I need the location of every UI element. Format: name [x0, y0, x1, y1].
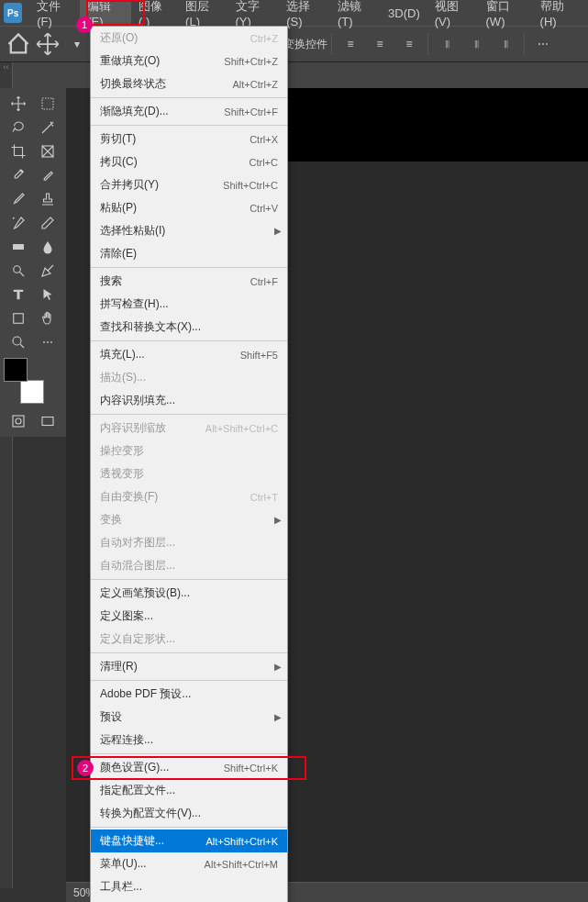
- menu-item[interactable]: 查找和替换文本(X)...: [91, 316, 287, 339]
- lasso-tool[interactable]: [5, 117, 32, 139]
- menu-item[interactable]: 填充(L)...Shift+F5: [91, 343, 287, 366]
- foreground-color-swatch[interactable]: [4, 358, 28, 382]
- eyedropper-tool[interactable]: [5, 164, 32, 186]
- zoom-tool[interactable]: [5, 331, 32, 353]
- align-right-icon[interactable]: ≡: [396, 31, 422, 57]
- text-tool[interactable]: [5, 284, 32, 306]
- menu-separator: [91, 97, 287, 98]
- menu-item-label: 填充(L)...: [100, 347, 145, 362]
- menu-item-label: 菜单(U)...: [100, 856, 147, 872]
- menu-separator: [91, 414, 287, 415]
- chevron-right-icon: ▶: [274, 515, 282, 525]
- menu-item[interactable]: 清理(R)▶: [91, 655, 287, 678]
- svg-point-3: [14, 266, 21, 273]
- distribute-1-icon[interactable]: ⫴: [434, 31, 460, 57]
- svg-point-7: [16, 418, 21, 424]
- brush-tool[interactable]: [5, 188, 32, 210]
- menu-window[interactable]: 窗口(W): [479, 0, 533, 32]
- annotation-badge-1: 1: [76, 17, 93, 33]
- menu-item[interactable]: 拷贝(C)Ctrl+C: [91, 150, 287, 173]
- menu-item[interactable]: 剪切(T)Ctrl+X: [91, 128, 287, 150]
- eraser-tool[interactable]: [34, 212, 61, 234]
- color-swatches[interactable]: [4, 358, 50, 404]
- svg-rect-0: [42, 98, 53, 109]
- menu-item-shortcut: Alt+Shift+Ctrl+C: [205, 423, 278, 434]
- menu-item[interactable]: 粘贴(P)Ctrl+V: [91, 196, 287, 219]
- menu-item-label: 剪切(T): [100, 131, 136, 147]
- distribute-2-icon[interactable]: ⫴: [463, 31, 489, 57]
- menu-help[interactable]: 帮助(H): [533, 0, 584, 32]
- move-tool-icon[interactable]: [35, 31, 61, 57]
- pen-tool[interactable]: [34, 260, 61, 282]
- menu-item-label: 自动对齐图层...: [100, 535, 175, 551]
- menu-item[interactable]: 拼写检查(H)...: [91, 293, 287, 316]
- marquee-tool[interactable]: [34, 93, 61, 115]
- hand-tool[interactable]: [34, 307, 61, 329]
- ellipsis-tool[interactable]: ⋯: [34, 331, 61, 353]
- menu-item[interactable]: 清除(E): [91, 242, 287, 265]
- move-tool[interactable]: [5, 93, 32, 115]
- dodge-tool[interactable]: [5, 260, 32, 282]
- document-canvas[interactable]: [286, 88, 588, 161]
- home-icon[interactable]: [6, 31, 31, 57]
- menu-item[interactable]: 合并拷贝(Y)Shift+Ctrl+C: [91, 173, 287, 196]
- menu-item-label: 定义图案...: [100, 608, 153, 624]
- gradient-tool[interactable]: [5, 236, 32, 258]
- distribute-3-icon[interactable]: ⫴: [493, 31, 518, 57]
- crop-tool[interactable]: [5, 140, 32, 162]
- blur-tool[interactable]: [34, 236, 61, 258]
- menu-item[interactable]: 远程连接...: [91, 729, 287, 752]
- menu-item[interactable]: 指定配置文件...: [91, 779, 287, 802]
- menu-item-label: 定义自定形状...: [100, 631, 175, 647]
- menu-item[interactable]: 选择性粘贴(I)▶: [91, 219, 287, 242]
- menu-item[interactable]: 内容识别填充...: [91, 389, 287, 412]
- align-left-icon[interactable]: ≡: [338, 31, 363, 57]
- menu-item-label: 透视变形: [100, 466, 144, 482]
- menu-item-label: 预设: [100, 709, 122, 725]
- menu-item[interactable]: 首选项(N)▶: [91, 898, 287, 902]
- menu-3d[interactable]: 3D(D): [381, 3, 427, 24]
- chevron-right-icon: ▶: [274, 662, 282, 672]
- dropdown-icon[interactable]: ▾: [64, 31, 90, 57]
- menu-separator: [91, 753, 287, 754]
- menu-item[interactable]: 转换为配置文件(V)...: [91, 802, 287, 825]
- menu-item[interactable]: 定义画笔预设(B)...: [91, 582, 287, 605]
- path-select-tool[interactable]: [34, 284, 61, 306]
- stamp-tool[interactable]: [34, 188, 61, 210]
- shape-tool[interactable]: [5, 307, 32, 329]
- menu-item[interactable]: 键盘快捷键...Alt+Shift+Ctrl+K: [91, 830, 287, 852]
- menu-item[interactable]: 渐隐填充(D)...Shift+Ctrl+F: [91, 100, 287, 123]
- align-center-icon[interactable]: ≡: [367, 31, 393, 57]
- menu-item[interactable]: 预设▶: [91, 706, 287, 729]
- menu-item-shortcut: Ctrl+V: [250, 203, 278, 214]
- menu-item[interactable]: 工具栏...: [91, 875, 287, 898]
- menu-item-shortcut: Alt+Shift+Ctrl+M: [205, 859, 278, 870]
- history-brush-tool[interactable]: [5, 212, 32, 234]
- menu-separator: [91, 267, 287, 268]
- menu-item[interactable]: 切换最终状态Alt+Ctrl+Z: [91, 72, 287, 95]
- menu-item[interactable]: 菜单(U)...Alt+Shift+Ctrl+M: [91, 852, 287, 875]
- menu-item[interactable]: 重做填充(O)Shift+Ctrl+Z: [91, 50, 287, 72]
- svg-point-5: [13, 337, 21, 345]
- wand-tool[interactable]: [34, 117, 61, 139]
- more-icon[interactable]: ⋯: [530, 31, 556, 57]
- photoshop-logo: Ps: [4, 3, 22, 23]
- menu-item[interactable]: 定义图案...: [91, 605, 287, 628]
- frame-tool[interactable]: [34, 140, 61, 162]
- menu-view[interactable]: 视图(V): [427, 0, 479, 32]
- menu-item-label: 查找和替换文本(X)...: [100, 319, 201, 335]
- menu-item[interactable]: 搜索Ctrl+F: [91, 270, 287, 293]
- menu-item-label: 粘贴(P): [100, 200, 137, 216]
- menu-filter[interactable]: 滤镜(T): [330, 0, 381, 32]
- chevron-right-icon: ▶: [274, 226, 282, 236]
- menu-item[interactable]: 颜色设置(G)...Shift+Ctrl+K: [91, 756, 287, 779]
- menu-item-label: 自由变换(F): [100, 489, 158, 505]
- quickmask-tool[interactable]: [5, 410, 32, 432]
- screenmode-tool[interactable]: [34, 410, 61, 432]
- menu-item-shortcut: Shift+F5: [240, 350, 278, 361]
- heal-tool[interactable]: [34, 164, 61, 186]
- menu-file[interactable]: 文件(F): [29, 0, 80, 32]
- background-color-swatch[interactable]: [20, 380, 44, 404]
- menu-item-label: 清理(R): [100, 659, 138, 674]
- menu-item[interactable]: Adobe PDF 预设...: [91, 683, 287, 706]
